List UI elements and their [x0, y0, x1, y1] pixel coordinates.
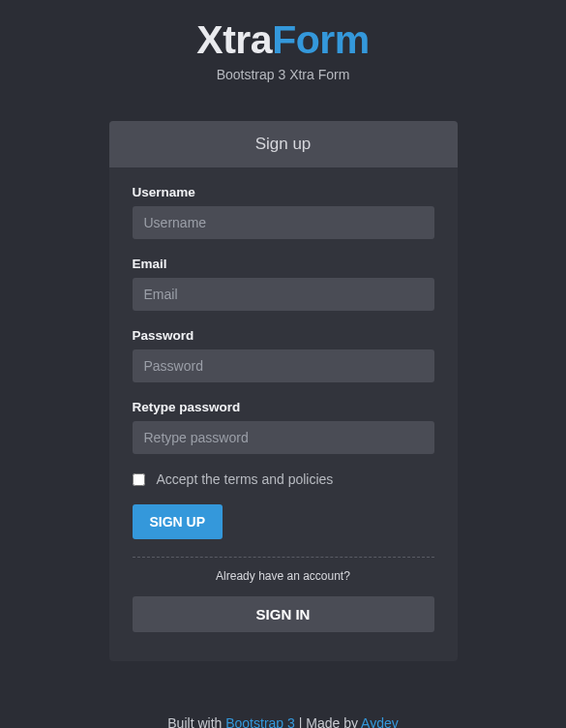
author-link[interactable]: Aydev: [361, 715, 399, 728]
bootstrap-link[interactable]: Bootstrap 3: [225, 715, 295, 728]
signup-panel: Sign up Username Email Password Retype p…: [109, 121, 458, 661]
username-label: Username: [133, 185, 434, 199]
username-input[interactable]: [133, 206, 434, 239]
terms-label: Accept the terms and policies: [157, 471, 334, 487]
signup-button[interactable]: Sign up: [133, 504, 223, 539]
email-label: Email: [133, 257, 434, 271]
footer-prefix: Built with: [167, 715, 225, 728]
retype-password-input[interactable]: [133, 421, 434, 454]
password-input[interactable]: [133, 349, 434, 382]
logo-part2: Form: [272, 17, 370, 62]
signin-button[interactable]: Sign in: [133, 596, 434, 632]
divider: [133, 557, 434, 558]
footer: Built with Bootstrap 3 | Made by Aydev: [167, 715, 398, 728]
footer-mid: | Made by: [295, 715, 361, 728]
panel-title: Sign up: [109, 121, 458, 167]
logo-part1: Xtra: [196, 17, 272, 62]
logo: XtraForm: [196, 17, 369, 63]
email-input[interactable]: [133, 278, 434, 311]
password-label: Password: [133, 328, 434, 343]
terms-checkbox[interactable]: [133, 473, 145, 486]
signin-prompt: Already have an account?: [133, 569, 434, 583]
subtitle: Bootstrap 3 Xtra Form: [217, 67, 350, 82]
retype-label: Retype password: [133, 400, 434, 414]
